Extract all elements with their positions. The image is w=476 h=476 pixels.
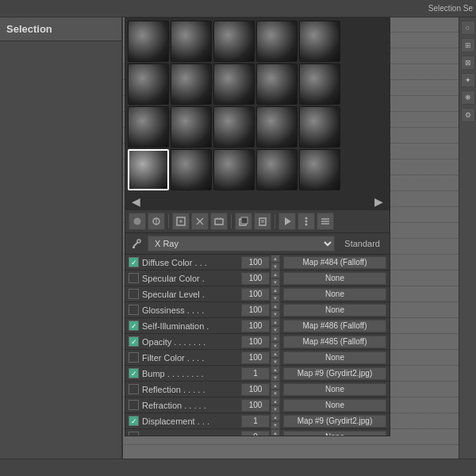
spinner-up-bump[interactable]: ▲ [271,366,280,374]
sphere-cell[interactable] [256,21,298,62]
checkbox-specular-level[interactable] [129,289,139,299]
more-options-icon[interactable] [317,213,334,230]
delete-material-icon[interactable] [191,213,209,230]
right-icon-6[interactable]: ⚙ [461,108,475,122]
spinner-up-reflection[interactable]: ▲ [271,382,280,390]
mat-map-displacement[interactable]: Map #9 (Grydirt2.jpg) [283,415,386,428]
sphere-cell[interactable] [128,63,169,105]
mat-spinner-filter-color[interactable]: ▲▼ [271,350,280,366]
mat-row-displacement[interactable]: Displacement . . .1▲▼Map #9 (Grydirt2.jp… [125,413,390,429]
checkbox-refraction[interactable] [129,400,139,410]
spinner-down-diffuse-color[interactable]: ▼ [271,263,280,271]
mat-value-specular-level[interactable]: 100 [241,288,270,301]
sphere-nav-left[interactable]: ◀ [129,195,144,208]
right-icon-5[interactable]: ❋ [461,90,475,105]
mat-row-self-illumination[interactable]: Self-Illumination .100▲▼Map #486 (Fallof… [125,318,390,334]
sphere-cell[interactable] [171,149,212,190]
spinner-up-diffuse-color[interactable]: ▲ [271,255,280,263]
spinner-down-specular-level[interactable]: ▼ [271,294,280,302]
mat-row-filter-color[interactable]: Filter Color . . . .100▲▼None [125,350,390,366]
mat-map-diffuse-color[interactable]: Map #484 (Falloff) [283,256,386,269]
mat-value-diffuse-color[interactable]: 100 [241,256,270,269]
sphere-cell-selected[interactable] [128,149,169,190]
sphere-cell[interactable] [256,149,298,190]
checkbox-bump[interactable] [129,368,139,378]
copy-icon[interactable] [235,213,252,230]
sphere-cell[interactable] [128,106,169,148]
mat-value-self-illumination[interactable]: 100 [241,320,270,332]
mat-map-specular-color[interactable]: None [283,272,386,285]
checkbox-reflection[interactable] [129,384,139,394]
shader-dropdown[interactable]: X Ray Standard Wireframe Flat [148,236,335,251]
sphere-cell[interactable] [171,106,212,148]
mat-spinner-bump[interactable]: ▲▼ [271,366,280,382]
paste-icon[interactable] [254,213,271,230]
right-icon-1[interactable]: ○ [461,21,475,35]
mat-row-reflection[interactable]: Reflection . . . . .100▲▼None [125,382,390,397]
sphere-cell[interactable] [171,21,212,62]
sphere-cell[interactable] [256,63,298,105]
spinner-down-displacement[interactable]: ▼ [271,421,280,429]
mat-row-specular-level[interactable]: Specular Level .100▲▼None [125,286,390,302]
checkbox-extra1[interactable] [129,432,139,436]
right-icon-4[interactable]: ✦ [461,73,475,87]
sphere-cell[interactable] [299,149,340,190]
mat-map-self-illumination[interactable]: Map #486 (Falloff) [283,320,386,332]
mat-map-filter-color[interactable]: None [283,351,386,364]
material-options-icon[interactable] [298,213,315,230]
mat-value-reflection[interactable]: 100 [241,383,270,396]
sphere-cell[interactable] [299,106,340,148]
right-icon-2[interactable]: ⊞ [461,38,475,52]
checkbox-displacement[interactable] [129,416,139,426]
spinner-up-extra1[interactable]: ▲ [271,429,280,436]
sphere-cell[interactable] [299,21,340,62]
mat-map-extra1[interactable]: None [283,431,386,436]
checkbox-diffuse-color[interactable] [129,257,139,267]
mat-row-extra1[interactable]: . . . . . . . . . . . . .0▲▼None [125,429,390,436]
assign-material-icon[interactable] [172,213,190,230]
spinner-down-filter-color[interactable]: ▼ [271,358,280,366]
spinner-up-self-illumination[interactable]: ▲ [271,318,280,326]
spinner-down-reflection[interactable]: ▼ [271,390,280,397]
mat-value-displacement[interactable]: 1 [241,415,270,428]
sphere-cell[interactable] [299,63,340,105]
mat-spinner-opacity[interactable]: ▲▼ [271,334,280,350]
sphere-cell[interactable] [128,21,169,62]
spinner-down-self-illumination[interactable]: ▼ [271,326,280,334]
sphere-cell[interactable] [171,63,212,105]
sphere-cell[interactable] [213,21,255,62]
mat-value-filter-color[interactable]: 100 [241,351,270,364]
mat-spinner-glossiness[interactable]: ▲▼ [271,302,280,318]
mat-map-opacity[interactable]: Map #485 (Falloff) [283,336,386,348]
mat-spinner-specular-level[interactable]: ▲▼ [271,286,280,302]
mat-value-bump[interactable]: 1 [241,367,270,380]
right-icon-3[interactable]: ⊠ [461,56,475,70]
mat-map-refraction[interactable]: None [283,399,386,412]
mat-spinner-specular-color[interactable]: ▲▼ [271,271,280,286]
mat-value-glossiness[interactable]: 100 [241,304,270,317]
mat-spinner-displacement[interactable]: ▲▼ [271,413,280,429]
mat-row-bump[interactable]: Bump . . . . . . . .1▲▼Map #9 (Grydirt2.… [125,366,390,382]
mat-map-reflection[interactable]: None [283,383,386,396]
eyedropper-icon[interactable] [130,237,143,250]
mat-value-refraction[interactable]: 100 [241,399,270,412]
sphere-nav-right[interactable]: ▶ [371,195,386,208]
mat-value-opacity[interactable]: 100 [241,336,270,348]
get-material-icon[interactable] [148,213,165,230]
checkbox-opacity[interactable] [129,336,139,347]
mat-map-bump[interactable]: Map #9 (Grydirt2.jpg) [283,367,386,380]
mat-map-specular-level[interactable]: None [283,288,386,301]
spinner-down-refraction[interactable]: ▼ [271,405,280,413]
mat-value-extra1[interactable]: 0 [241,431,270,436]
mat-value-specular-color[interactable]: 100 [241,272,270,285]
mat-row-refraction[interactable]: Refraction . . . . .100▲▼None [125,397,390,413]
spinner-up-glossiness[interactable]: ▲ [271,302,280,310]
checkbox-glossiness[interactable] [129,305,139,315]
sphere-cell[interactable] [256,106,298,148]
checkbox-self-illumination[interactable] [129,321,139,331]
spinner-up-specular-level[interactable]: ▲ [271,286,280,294]
mat-spinner-refraction[interactable]: ▲▼ [271,397,280,413]
mat-row-specular-color[interactable]: Specular Color .100▲▼None [125,271,390,286]
spinner-up-refraction[interactable]: ▲ [271,397,280,405]
render-preview-icon[interactable] [278,213,296,230]
